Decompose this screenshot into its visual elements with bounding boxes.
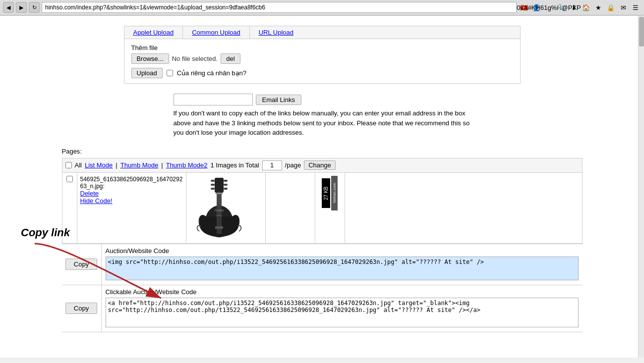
image-badge-cell: 27 KB hinhso.com	[315, 172, 345, 243]
image-filename: 546925_616338625096928_1647029263_n.jpg:	[80, 176, 183, 190]
all-label: All	[75, 161, 82, 169]
email-description: If you don't want to copy each of the li…	[124, 108, 471, 138]
size-badge: 27 KB	[322, 178, 330, 208]
upload-area: Applet Upload Common Upload URL Upload T…	[124, 26, 521, 84]
hide-code-link[interactable]: Hide Code!	[80, 197, 113, 205]
images-count: 1 Images in Total	[211, 161, 259, 169]
list-controls-inner: All List Mode | Thumb Mode | Thumb Mode2…	[65, 160, 579, 170]
tab-common-upload[interactable]: Common Upload	[183, 26, 250, 39]
back-button[interactable]: ◀	[3, 2, 14, 13]
mail-icon[interactable]: ✉	[618, 2, 629, 13]
images-table: 546925_616338625096928_1647029263_n.jpg:…	[62, 172, 583, 244]
private-checkbox[interactable]	[167, 70, 173, 76]
separator2: |	[161, 161, 163, 169]
email-links-button[interactable]: Email Links	[256, 95, 301, 105]
auction-code-textarea[interactable]	[106, 257, 579, 280]
tab-url-upload[interactable]: URL Upload	[250, 26, 302, 39]
image-check-cell	[62, 172, 77, 243]
svg-rect-4	[224, 180, 228, 182]
svg-rect-5	[224, 184, 228, 186]
svg-rect-16	[215, 226, 223, 229]
image-checkbox[interactable]	[66, 176, 73, 182]
svg-rect-6	[224, 188, 228, 190]
user-label: 0vA#KH61g%H@PXP	[543, 2, 554, 13]
browser-toolbar: ◀ ▶ ↻ 🇻🇳 👤 0vA#KH61g%H@PXP 🔍 ⬇ 🏠 ★ 🔒 ✉ ☰	[0, 0, 644, 15]
copy-button-1[interactable]: Copy	[65, 259, 97, 270]
per-page-label: /page	[285, 161, 301, 169]
pages-label: Pages:	[62, 148, 82, 155]
download-icon[interactable]: ⬇	[568, 2, 579, 13]
watermark-badge: hinhso.com	[331, 176, 338, 210]
check-all-checkbox[interactable]	[65, 162, 72, 168]
search-icon[interactable]: 🔍	[556, 2, 567, 13]
scrollbar-track[interactable]	[638, 16, 644, 358]
guitar-thumbnail: Guitar	[189, 176, 249, 240]
url-bar[interactable]	[42, 2, 517, 13]
browse-button[interactable]: Browse...	[131, 53, 169, 64]
image-preview-cell	[265, 172, 315, 243]
svg-rect-2	[211, 184, 215, 186]
home-icon[interactable]: 🏠	[581, 2, 591, 13]
refresh-button[interactable]: ↻	[29, 2, 40, 13]
code-row-2: Copy Clickable Auction/Website Code	[62, 285, 583, 332]
browse-row: Browse... No file selected. del	[131, 53, 513, 64]
image-info-cell: 546925_616338625096928_1647029263_n.jpg:…	[77, 172, 186, 243]
table-row: 546925_616338625096928_1647029263_n.jpg:…	[62, 172, 582, 243]
image-thumb-cell: Guitar	[186, 172, 265, 243]
private-label: Của riêng cá nhân bạn?	[177, 69, 246, 77]
copy-cell-2: Copy	[62, 285, 102, 332]
empty-cell-1	[345, 172, 582, 243]
code-content-2: Clickable Auction/Website Code	[102, 285, 583, 332]
upload-tabs: Applet Upload Common Upload URL Upload	[124, 26, 521, 39]
upload-row: Upload Của riêng cá nhân bạn?	[131, 68, 513, 78]
per-page-input[interactable]	[262, 160, 282, 170]
page-wrapper: Applet Upload Common Upload URL Upload T…	[0, 16, 644, 358]
delete-link[interactable]: Delete	[80, 190, 99, 197]
tab-applet-upload[interactable]: Applet Upload	[124, 26, 183, 39]
browser-chrome: ◀ ▶ ↻ 🇻🇳 👤 0vA#KH61g%H@PXP 🔍 ⬇ 🏠 ★ 🔒 ✉ ☰	[0, 0, 644, 16]
thumb-mode-link[interactable]: Thumb Mode	[120, 161, 159, 169]
clickable-code-textarea[interactable]	[106, 298, 579, 327]
svg-text:Guitar: Guitar	[214, 208, 224, 212]
no-file-text: No file selected.	[172, 55, 218, 62]
list-controls: All List Mode | Thumb Mode | Thumb Mode2…	[62, 158, 583, 172]
forward-button[interactable]: ▶	[16, 2, 27, 13]
pages-bar: Pages:	[62, 146, 583, 157]
email-input[interactable]	[174, 94, 253, 105]
list-mode-link[interactable]: List Mode	[85, 161, 113, 169]
del-button[interactable]: del	[221, 53, 240, 64]
auction-code-title: Auction/Website Code	[106, 247, 579, 255]
upload-button[interactable]: Upload	[131, 68, 163, 78]
upload-box: Thêm file Browse... No file selected. de…	[124, 39, 521, 84]
code-row-1: Copy Auction/Website Code	[62, 244, 583, 285]
code-section: Copy Auction/Website Code Copy Clickable…	[62, 244, 583, 332]
clickable-code-title: Clickable Auction/Website Code	[106, 288, 579, 296]
scrollbar-thumb	[639, 17, 644, 47]
thumb-mode2-link[interactable]: Thumb Mode2	[166, 161, 208, 169]
copy-cell-1: Copy	[62, 244, 102, 285]
pages-section: Pages: All List Mode | Thumb Mode | Thum…	[62, 146, 583, 332]
svg-rect-0	[215, 178, 224, 193]
separator1: |	[116, 161, 117, 169]
them-file-label: Thêm file	[131, 44, 513, 52]
svg-rect-1	[211, 180, 215, 182]
copy-button-2[interactable]: Copy	[65, 303, 97, 314]
email-row: Email Links	[124, 94, 521, 105]
lock-icon: 🔒	[605, 2, 616, 13]
svg-rect-3	[211, 188, 215, 190]
email-section: Email Links If you don't want to copy ea…	[124, 94, 521, 138]
toolbar-icons: 🇻🇳 👤 0vA#KH61g%H@PXP 🔍 ⬇ 🏠 ★ 🔒 ✉ ☰	[519, 2, 641, 13]
code-content-1: Auction/Website Code	[102, 244, 583, 285]
menu-icon[interactable]: ☰	[630, 2, 641, 13]
change-button[interactable]: Change	[304, 160, 336, 170]
star-icon[interactable]: ★	[593, 2, 604, 13]
